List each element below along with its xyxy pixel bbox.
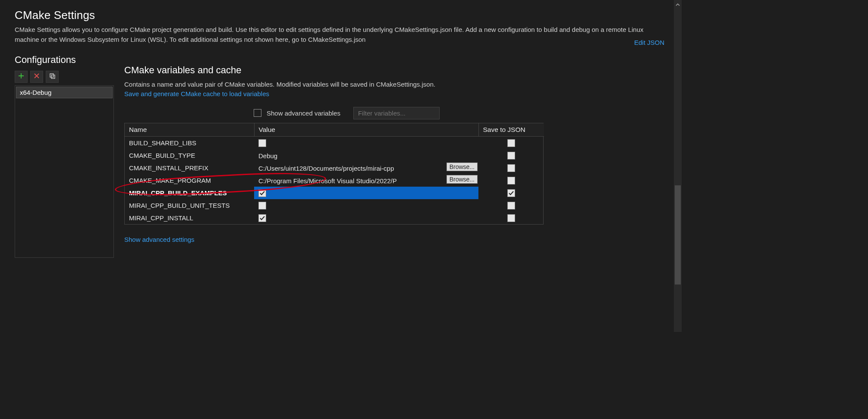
column-header-name[interactable]: Name	[125, 123, 254, 137]
table-row[interactable]: BUILD_SHARED_LIBS	[125, 136, 544, 149]
save-checkbox[interactable]	[507, 189, 515, 197]
column-header-save[interactable]: Save to JSON	[478, 123, 544, 137]
edit-json-link[interactable]: Edit JSON	[634, 39, 664, 46]
save-to-json-cell	[478, 136, 544, 149]
table-row[interactable]: MIRAI_CPP_BUILD_EXAMPLES	[125, 187, 544, 199]
save-checkbox[interactable]	[507, 177, 515, 184]
save-to-json-cell	[478, 187, 544, 199]
variable-value-cell[interactable]	[254, 136, 478, 149]
vertical-scrollbar[interactable]	[674, 0, 682, 332]
save-checkbox[interactable]	[507, 164, 515, 172]
variable-value-cell[interactable]	[254, 187, 478, 199]
save-checkbox[interactable]	[507, 152, 515, 159]
table-row[interactable]: CMAKE_MAKE_PROGRAMC:/Program Files/Micro…	[125, 174, 544, 187]
scroll-up-icon[interactable]	[675, 2, 681, 8]
show-advanced-settings-link[interactable]: Show advanced settings	[124, 236, 195, 243]
filter-variables-input[interactable]	[353, 107, 440, 119]
configuration-item[interactable]: x64-Debug	[16, 87, 113, 98]
save-checkbox[interactable]	[507, 202, 515, 210]
variable-name: MIRAI_CPP_INSTALL	[125, 212, 254, 224]
column-header-value[interactable]: Value	[254, 123, 478, 137]
configurations-list[interactable]: x64-Debug	[15, 85, 114, 258]
value-checkbox[interactable]	[258, 214, 266, 222]
close-icon	[33, 72, 40, 81]
svg-rect-0	[50, 74, 53, 77]
svg-rect-1	[51, 75, 55, 78]
save-to-json-cell	[478, 174, 544, 187]
variable-name: CMAKE_INSTALL_PREFIX	[125, 162, 254, 174]
variable-name: MIRAI_CPP_BUILD_UNIT_TESTS	[125, 199, 254, 212]
save-to-json-cell	[478, 199, 544, 212]
page-description: CMake Settings allows you to configure C…	[15, 25, 662, 45]
value-checkbox[interactable]	[258, 202, 266, 210]
variable-name: BUILD_SHARED_LIBS	[125, 136, 254, 149]
browse-button[interactable]: Browse...	[447, 175, 478, 184]
plus-icon	[18, 72, 25, 81]
table-row[interactable]: CMAKE_INSTALL_PREFIXC:/Users/uint128/Doc…	[125, 162, 544, 174]
duplicate-configuration-button[interactable]	[46, 71, 59, 83]
show-advanced-label: Show advanced variables	[267, 109, 340, 117]
table-row[interactable]: CMAKE_BUILD_TYPEDebug	[125, 149, 544, 162]
value-text[interactable]: C:/Users/uint128/Documents/projects/mira…	[258, 165, 394, 172]
save-checkbox[interactable]	[507, 139, 515, 147]
table-row[interactable]: MIRAI_CPP_BUILD_UNIT_TESTS	[125, 199, 544, 212]
variable-value-cell[interactable]: C:/Program Files/Microsoft Visual Studio…	[254, 174, 478, 187]
variables-table: Name Value Save to JSON BUILD_SHARED_LIB…	[124, 123, 544, 225]
browse-button[interactable]: Browse...	[447, 163, 478, 171]
variable-value-cell[interactable]: Debug	[254, 149, 478, 162]
add-configuration-button[interactable]	[15, 71, 28, 83]
duplicate-icon	[49, 72, 56, 81]
value-text[interactable]: C:/Program Files/Microsoft Visual Studio…	[258, 177, 397, 184]
value-checkbox[interactable]	[258, 189, 266, 197]
variable-name: CMAKE_MAKE_PROGRAM	[125, 174, 254, 187]
configurations-toolbar	[15, 71, 114, 83]
remove-configuration-button[interactable]	[30, 71, 43, 83]
variable-value-cell[interactable]	[254, 212, 478, 224]
save-to-json-cell	[478, 212, 544, 224]
configurations-heading: Configurations	[15, 54, 114, 66]
variables-section-description: Contains a name and value pair of CMake …	[124, 79, 670, 89]
variable-name: CMAKE_BUILD_TYPE	[125, 149, 254, 162]
variable-name: MIRAI_CPP_BUILD_EXAMPLES	[125, 187, 254, 199]
show-advanced-checkbox[interactable]	[254, 109, 261, 117]
save-checkbox[interactable]	[507, 214, 515, 222]
variables-section-title: CMake variables and cache	[124, 65, 670, 76]
value-text[interactable]: Debug	[258, 152, 277, 159]
value-checkbox[interactable]	[258, 139, 266, 147]
page-title: CMake Settings	[15, 9, 670, 22]
save-to-json-cell	[478, 149, 544, 162]
table-row[interactable]: MIRAI_CPP_INSTALL	[125, 212, 544, 224]
scroll-thumb[interactable]	[675, 185, 681, 285]
variable-value-cell[interactable]	[254, 199, 478, 212]
variable-value-cell[interactable]: C:/Users/uint128/Documents/projects/mira…	[254, 162, 478, 174]
save-to-json-cell	[478, 162, 544, 174]
save-generate-link[interactable]: Save and generate CMake cache to load va…	[124, 90, 670, 97]
